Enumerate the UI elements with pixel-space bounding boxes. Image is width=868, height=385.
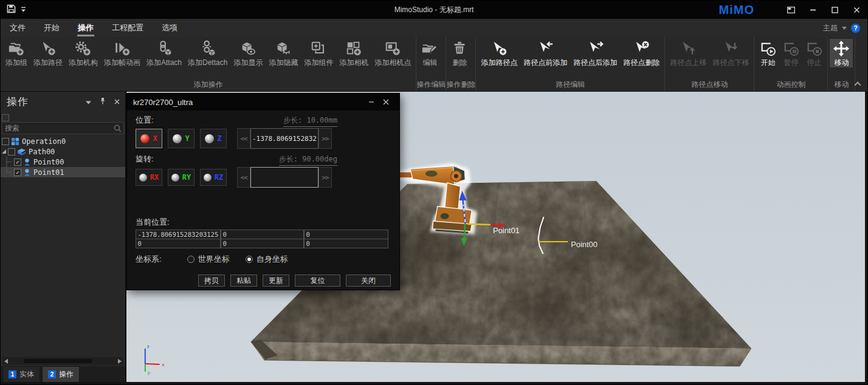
theme-selector[interactable]: 主题 bbox=[823, 23, 838, 33]
jog-ry-button[interactable]: RY bbox=[168, 169, 195, 186]
ribbon-path-point-move-up-button[interactable]: 路径点上移 bbox=[667, 39, 709, 67]
ribbon-add-path-button[interactable]: 添加路径 bbox=[30, 39, 66, 67]
ribbon-add-group-button[interactable]: 添加组 bbox=[2, 39, 30, 67]
ribbon-path-point-move-down-button[interactable]: 路径点下移 bbox=[709, 39, 752, 67]
panel-tab-entity[interactable]: 1实体 bbox=[2, 366, 40, 382]
tree-checkbox-operation0[interactable] bbox=[2, 138, 9, 145]
panel-collapse-icon[interactable] bbox=[86, 96, 91, 107]
tree-checkbox-point00[interactable]: ✓ bbox=[14, 158, 21, 166]
menu-tab-operation[interactable]: 操作 bbox=[69, 19, 103, 37]
close-button[interactable]: 关闭 bbox=[346, 274, 391, 287]
coord-self-radio[interactable] bbox=[246, 256, 253, 263]
add-mechanism-icon bbox=[75, 40, 92, 57]
qat-dropdown-icon[interactable] bbox=[21, 4, 26, 15]
update-button[interactable]: 更新 bbox=[263, 274, 289, 287]
reset-button[interactable]: 复位 bbox=[295, 274, 340, 287]
position-step-label[interactable]: 步长: 10.00mm bbox=[283, 115, 337, 127]
panel-tab-operation[interactable]: 2操作 bbox=[42, 366, 80, 382]
ribbon-button-label: 添加显示 bbox=[233, 58, 263, 67]
jog-rx-button[interactable]: RX bbox=[136, 169, 162, 186]
scroll-left-icon[interactable] bbox=[4, 359, 8, 364]
axis-letter-label: X bbox=[153, 134, 157, 143]
dialog-titlebar[interactable]: kr270r2700_ultra bbox=[127, 94, 399, 111]
dialog-minimize-icon[interactable] bbox=[364, 96, 379, 108]
coord-world-option[interactable]: 世界坐标 bbox=[187, 254, 230, 265]
viewport-3d[interactable]: Point01 Point00 z x y bbox=[126, 92, 865, 382]
save-icon[interactable] bbox=[7, 4, 16, 16]
position-value-input[interactable] bbox=[250, 128, 319, 149]
menu-tabs: 文件开始操作工程配置选项 bbox=[1, 19, 187, 37]
search-input[interactable] bbox=[2, 122, 124, 134]
ribbon-button-label: 添加隐藏 bbox=[269, 58, 298, 67]
window-minimize-button[interactable] bbox=[802, 1, 824, 19]
panel-filter-checkbox[interactable] bbox=[2, 114, 9, 121]
menu-tab-file[interactable]: 文件 bbox=[1, 19, 35, 37]
panel-pin-icon[interactable] bbox=[100, 96, 106, 107]
position-section-label: 位置: bbox=[136, 115, 154, 126]
coord-self-option[interactable]: 自身坐标 bbox=[246, 254, 288, 265]
ribbon-move-button[interactable]: 移动 bbox=[830, 39, 853, 67]
paste-button[interactable]: 粘贴 bbox=[230, 274, 257, 287]
add-camera-icon bbox=[345, 40, 362, 57]
panel-close-icon[interactable] bbox=[114, 96, 120, 107]
ribbon-button-label: 添加组 bbox=[5, 58, 27, 67]
position-increment-button[interactable]: >> bbox=[319, 128, 332, 149]
ribbon-add-camera-button[interactable]: 添加相机 bbox=[336, 39, 371, 67]
tree-item-operation0[interactable]: Operation0 bbox=[1, 136, 125, 146]
ribbon-stop-button[interactable]: 停止 bbox=[802, 39, 825, 67]
window-close-button[interactable] bbox=[846, 1, 867, 19]
ribbon-add-mechanism-button[interactable]: 添加机构 bbox=[66, 39, 101, 67]
ribbon-path-point-insert-before-button[interactable]: 路径点前添加 bbox=[520, 39, 570, 67]
dialog-close-icon[interactable] bbox=[379, 96, 393, 108]
ribbon-add-hide-button[interactable]: 添加隐藏 bbox=[266, 39, 301, 67]
ribbon-add-camera-point-button[interactable]: 添加相机点 bbox=[371, 39, 414, 67]
add-dettach-icon bbox=[199, 40, 216, 57]
ribbon-add-dettach-button[interactable]: 添加Dettach bbox=[185, 39, 230, 67]
ribbon-button-label: 路径点下移 bbox=[712, 58, 749, 67]
menu-tab-start[interactable]: 开始 bbox=[35, 19, 69, 37]
tree-item-point00[interactable]: ✓Point00 bbox=[1, 157, 125, 167]
rotation-value-input[interactable] bbox=[250, 167, 319, 188]
scroll-right-icon[interactable] bbox=[118, 359, 122, 364]
menu-tab-project-config[interactable]: 工程配置 bbox=[103, 19, 153, 37]
tree-checkbox-path00[interactable] bbox=[8, 148, 15, 155]
position-decrement-button[interactable]: << bbox=[237, 128, 250, 149]
tree-item-label: Path00 bbox=[29, 148, 55, 156]
ribbon-edit-button[interactable]: 编辑 bbox=[418, 39, 441, 67]
tree-item-point01[interactable]: ✓Point01 bbox=[1, 167, 125, 177]
rotation-decrement-button[interactable]: << bbox=[237, 167, 250, 188]
scrollbar-thumb[interactable] bbox=[24, 359, 92, 363]
ribbon-path-point-delete-button[interactable]: 路径点删除 bbox=[620, 39, 663, 67]
ribbon-add-component-button[interactable]: 添加组件 bbox=[301, 39, 336, 67]
ribbon-button-label: 路径点删除 bbox=[623, 58, 660, 67]
theme-caret-icon[interactable] bbox=[842, 27, 847, 30]
panel-horizontal-scrollbar[interactable] bbox=[2, 357, 123, 365]
ribbon-group-label: 添加操作 bbox=[1, 80, 416, 91]
jog-y-button[interactable]: Y bbox=[168, 129, 195, 148]
ribbon-start-button[interactable]: 开始 bbox=[756, 39, 779, 67]
expander-icon[interactable] bbox=[2, 149, 6, 154]
ribbon-add-attach-button[interactable]: 添加Attach bbox=[143, 39, 185, 67]
rotation-increment-button[interactable]: >> bbox=[319, 167, 332, 188]
ribbon-add-show-button[interactable]: 添加显示 bbox=[230, 39, 266, 67]
ribbon-delete-button[interactable]: 删除 bbox=[448, 39, 471, 67]
add-camera-point-icon bbox=[384, 40, 401, 57]
window-dock-button[interactable] bbox=[780, 1, 802, 19]
jog-z-button[interactable]: Z bbox=[200, 129, 227, 148]
coord-world-radio[interactable] bbox=[187, 256, 195, 263]
tree-checkbox-point01[interactable]: ✓ bbox=[14, 169, 21, 176]
menu-tab-options[interactable]: 选项 bbox=[153, 19, 187, 37]
help-button[interactable]: ? bbox=[851, 24, 860, 33]
rotation-step-label[interactable]: 步长: 90.00deg bbox=[279, 154, 337, 166]
jog-x-button[interactable]: X bbox=[136, 129, 162, 148]
copy-button[interactable]: 拷贝 bbox=[198, 274, 225, 287]
ribbon-add-path-point-button[interactable]: 添加路径点 bbox=[478, 39, 520, 67]
jog-ball-icon bbox=[140, 134, 150, 143]
ribbon-pause-button[interactable]: 暂停 bbox=[779, 39, 802, 67]
window-maximize-button[interactable] bbox=[824, 1, 846, 19]
tree-item-path00[interactable]: Path00 bbox=[1, 146, 125, 157]
jog-rz-button[interactable]: RZ bbox=[200, 169, 227, 186]
ribbon-path-point-insert-after-button[interactable]: 路径点后添加 bbox=[570, 39, 620, 67]
coord-option-label: 自身坐标 bbox=[257, 254, 288, 265]
ribbon-add-frame-animation-button[interactable]: 添加帧动画 bbox=[101, 39, 143, 67]
